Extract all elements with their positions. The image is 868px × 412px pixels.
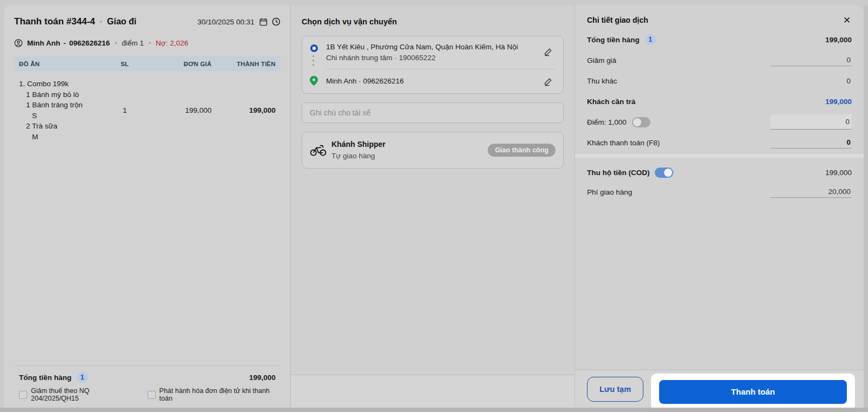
edit-pickup-button[interactable] <box>541 45 554 58</box>
order-header: Thanh toán #344-4 Giao đi 30/10/2025 00:… <box>14 12 280 31</box>
points-input[interactable]: 0 <box>770 114 852 130</box>
clock-icon[interactable] <box>272 17 280 26</box>
tax-reduction-label: Giảm thuế theo NQ 204/2025/QH15 <box>31 387 136 402</box>
order-type-label: Giao đi <box>107 17 136 27</box>
discount-row: Giảm giá 0 <box>575 50 864 70</box>
col-header-qty: SL <box>107 61 142 67</box>
points-toggle[interactable] <box>632 117 650 127</box>
other-income-row: Thu khác 0 <box>575 70 864 91</box>
order-datetime[interactable]: 30/10/2025 00:31 <box>197 18 254 26</box>
driver-note-input[interactable] <box>302 102 564 123</box>
transaction-heading: Chi tiết giao dịch <box>587 16 648 24</box>
other-income-input[interactable]: 0 <box>770 75 852 87</box>
shipping-panel: Chọn dịch vụ vận chuyển 1B Yết Kiêu , Ph… <box>291 5 575 408</box>
discount-input[interactable]: 0 <box>770 54 852 66</box>
customer-dash: - <box>63 39 66 47</box>
col-header-unit-price: ĐƠN GIÁ <box>142 61 212 67</box>
pencil-icon <box>544 77 553 86</box>
action-footer: Lưu tạm Thanh toán <box>575 370 864 408</box>
shipping-fee-input[interactable]: 20,000 <box>770 186 852 198</box>
calendar-icon[interactable] <box>259 17 267 26</box>
item-sub-line: 1 Bánh mỳ bỏ lò <box>19 89 107 100</box>
shipping-fee-label: Phí giao hàng <box>587 188 632 196</box>
page-title: Thanh toán #344-4 <box>14 16 95 27</box>
cod-label: Thu hộ tiền (COD) <box>587 169 649 177</box>
item-unit-price[interactable]: 199,000 <box>142 106 212 114</box>
checkbox-icon[interactable] <box>148 391 156 399</box>
customer-payment-row: Khách thanh toán (F8) 0 <box>575 132 864 153</box>
item-size-line: M <box>19 132 107 143</box>
bike-icon <box>310 144 331 157</box>
dot-separator <box>115 42 117 44</box>
shipping-footer <box>291 375 575 408</box>
origin-icon <box>310 44 318 53</box>
destination-pin-icon <box>310 76 318 86</box>
total-label: Tổng tiền hàng <box>587 36 640 44</box>
edit-recipient-button[interactable] <box>541 75 554 88</box>
scrollbar-track[interactable] <box>864 5 868 408</box>
table-row[interactable]: 1. Combo 199k 1 Bánh mỳ bỏ lò 1 Bánh trá… <box>14 71 280 142</box>
customer-payment-label: Khách thanh toán (F8) <box>587 139 660 147</box>
dot-separator <box>100 21 102 23</box>
item-total: 199,000 <box>212 106 276 114</box>
points-row: Điểm: 1,000 0 <box>575 112 864 132</box>
payment-screen: Thanh toán #344-4 Giao đi 30/10/2025 00:… <box>4 5 864 408</box>
customer-phone: 0962626216 <box>69 39 110 47</box>
order-footer: Tổng tiền hàng 1 199,000 Giảm thuế theo … <box>14 365 280 408</box>
customer-payment-input[interactable]: 0 <box>770 137 852 149</box>
customer-row[interactable]: Minh Anh - 0962626216 điểm 1 Nợ: 2,026 <box>14 35 280 51</box>
item-size-line: S <box>19 111 107 121</box>
customer-debt: Nợ: 2,026 <box>156 39 188 47</box>
transaction-panel: Chi tiết giao dịch ✕ Tổng tiền hàng 1 19… <box>575 5 864 408</box>
customer-points: điểm 1 <box>122 39 144 47</box>
discount-label: Giảm giá <box>587 56 616 65</box>
cod-row: Thu hộ tiền (COD) 199,000 <box>575 162 864 183</box>
order-total-value: 199,000 <box>249 374 276 382</box>
save-draft-button[interactable]: Lưu tạm <box>587 377 643 402</box>
recipient-row: Minh Anh · 0962626216 <box>310 69 554 93</box>
dot-separator <box>149 42 151 44</box>
cod-value: 199,000 <box>825 169 852 177</box>
pickup-address: 1B Yết Kiêu , Phường Cửa Nam, Quận Hoàn … <box>326 42 541 53</box>
pickup-address-row: 1B Yết Kiêu , Phường Cửa Nam, Quận Hoàn … <box>310 42 554 69</box>
shipper-card[interactable]: Khánh Shipper Tự giao hàng Giao thành cô… <box>302 132 564 169</box>
delivery-status-badge: Giao thành công <box>488 144 556 157</box>
pay-button[interactable]: Thanh toán <box>659 380 847 404</box>
item-sub-line: 1 Bánh tráng trộn <box>19 100 107 111</box>
order-total-label: Tổng tiền hàng <box>19 374 72 382</box>
total-value: 199,000 <box>825 36 852 44</box>
order-panel: Thanh toán #344-4 Giao đi 30/10/2025 00:… <box>4 5 291 408</box>
other-income-label: Thu khác <box>587 77 617 85</box>
items-table-header: ĐỒ ĂN SL ĐƠN GIÁ THÀNH TIỀN <box>14 56 280 71</box>
cod-toggle[interactable] <box>655 168 673 178</box>
section-divider <box>575 153 864 158</box>
branch-info: Chi nhánh trung tâm · 190065222 <box>326 53 541 63</box>
pencil-icon <box>544 47 553 56</box>
amount-due-row: Khách cần trả 199,000 <box>575 91 864 112</box>
amount-due-value: 199,000 <box>825 98 852 106</box>
item-count-badge: 1 <box>645 34 656 45</box>
item-qty[interactable]: 1 <box>107 106 142 114</box>
shipping-fee-row: Phí giao hàng 20,000 <box>575 183 864 201</box>
item-name: 1. Combo 199k <box>19 79 107 89</box>
route-dots-icon <box>312 55 326 66</box>
points-label: Điểm: 1,000 <box>587 118 627 126</box>
amount-due-label: Khách cần trả <box>587 98 635 106</box>
customer-name: Minh Anh <box>27 39 60 47</box>
address-card: 1B Yết Kiêu , Phường Cửa Nam, Quận Hoàn … <box>302 36 564 94</box>
item-name-block: 1. Combo 199k 1 Bánh mỳ bỏ lò 1 Bánh trá… <box>19 79 107 142</box>
checkbox-icon[interactable] <box>19 391 27 399</box>
e-invoice-checkbox[interactable]: Phát hành hóa đơn điện tử khi thanh toán <box>148 387 280 402</box>
customer-icon <box>14 38 23 47</box>
pay-button-spotlight: Thanh toán <box>651 374 855 410</box>
col-header-item: ĐỒ ĂN <box>19 61 107 67</box>
col-header-total: THÀNH TIỀN <box>212 61 276 67</box>
shipping-heading: Chọn dịch vụ vận chuyển <box>302 12 564 31</box>
total-row: Tổng tiền hàng 1 199,000 <box>575 29 864 50</box>
close-icon[interactable]: ✕ <box>840 13 854 27</box>
item-count-badge: 1 <box>77 372 88 383</box>
e-invoice-label: Phát hành hóa đơn điện tử khi thanh toán <box>159 387 280 402</box>
item-sub-line: 2 Trà sữa <box>19 121 107 132</box>
tax-reduction-checkbox[interactable]: Giảm thuế theo NQ 204/2025/QH15 <box>19 387 136 402</box>
window-bottom-edge <box>0 408 868 412</box>
